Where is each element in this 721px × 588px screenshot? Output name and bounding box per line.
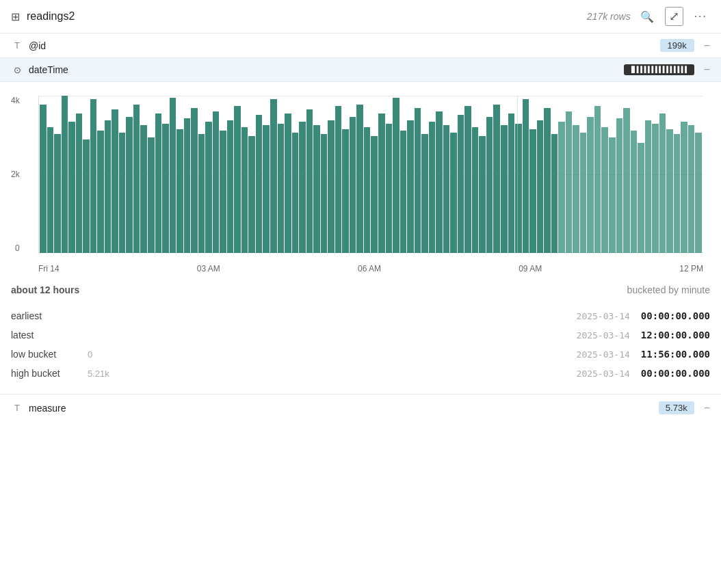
table-title: readings2 [27,10,580,23]
chart-bar [263,125,270,253]
stat-secondary-high-bucket: 5.21k [88,369,129,379]
chart-bar [148,137,155,253]
text-type-icon: T [11,40,23,51]
chart-bar [472,127,479,253]
chart-bar [184,118,191,253]
chart-bar [335,106,342,253]
field-name-datetime: dateTime [29,64,618,75]
chart-bar [436,111,443,253]
field-name-id: @id [29,40,655,51]
stat-label-high-bucket: high bucket [11,368,79,379]
stat-date-low-bucket: 2025-03-14 [577,349,630,360]
chart-bar [105,120,112,253]
chart-bar [609,137,616,253]
collapse-icon-datetime[interactable]: − [704,64,710,76]
chart-bar [508,113,515,253]
chart-bar [342,129,349,253]
y-label-0: 0 [15,243,20,253]
chart-bar [234,106,241,253]
chart-bar [220,131,226,253]
chart-bar [76,113,83,253]
chart-bar [328,120,335,253]
table-icon: ⊞ [11,10,20,23]
stat-time-low-bucket: 11:56:00.000 [641,349,710,360]
field-badge-measure: 5.73k [659,401,694,414]
x-label-09am: 09 AM [519,264,542,273]
chart-bar [191,108,198,253]
chart-bar [587,117,594,253]
chart-bar [248,136,255,253]
chart-bar [623,108,630,253]
chart-bar [393,98,399,253]
chart-bar [458,115,464,253]
bars-wrapper [38,96,703,253]
chart-bar [313,125,320,253]
field-badge-datetime: ▐▌▌▌▌▌▌▌▌▌▌▌▌▌▌▌ [624,64,694,75]
chart-bar [659,113,666,253]
chart-bar [537,120,544,253]
more-button[interactable]: ··· [692,9,710,24]
bucket-label: bucketed by minute [627,284,710,295]
chart-bar [306,109,313,253]
stat-row-earliest: earliest 2025-03-14 00:00:00.000 [11,306,710,325]
chart-bar [213,111,220,253]
chart-bar [529,129,536,253]
chart-footer: about 12 hours bucketed by minute [0,273,721,295]
chart-bar [47,127,54,253]
stats-section: earliest 2025-03-14 00:00:00.000 latest … [0,295,721,394]
stat-row-latest: latest 2025-03-14 12:00:00.000 [11,325,710,345]
x-label-fri14: Fri 14 [38,264,60,273]
chart-bar [350,117,356,253]
field-row-measure[interactable]: T measure 5.73k − [0,394,721,421]
expand-button[interactable]: ⤢ [665,7,683,26]
stat-time-earliest: 00:00:00.000 [641,310,710,321]
chart-bar [652,124,659,253]
chart-bar [386,124,393,253]
chart-bar [54,134,61,253]
collapse-icon-measure[interactable]: − [704,402,710,414]
chart-bar [198,134,205,253]
chart-bar [616,118,623,253]
x-label-06am: 06 AM [358,264,381,273]
chart-bar [378,113,385,253]
chart-bar [133,105,140,253]
chart-bar [558,122,565,253]
chart-bar [674,134,681,253]
stat-values-low-bucket: 2025-03-14 11:56:00.000 [577,349,710,360]
chart-bar [638,143,644,253]
field-row-datetime[interactable]: ⊙ dateTime ▐▌▌▌▌▌▌▌▌▌▌▌▌▌▌▌ − [0,58,721,82]
chart-bar [83,139,90,253]
chart-bar [155,113,162,253]
x-axis-labels: Fri 14 03 AM 06 AM 09 AM 12 PM [38,254,703,273]
chart-bar [278,124,285,253]
stat-values-high-bucket: 2025-03-14 00:00:00.000 [577,368,710,379]
stat-secondary-low-bucket: 0 [88,349,129,360]
stat-label-latest: latest [11,330,79,340]
chart-bar [523,99,529,253]
y-label-2k: 2k [11,170,20,179]
datetime-type-icon: ⊙ [11,65,23,75]
chart-bar [62,96,68,253]
stat-row-high-bucket: high bucket 5.21k 2025-03-14 00:00:00.00… [11,364,710,383]
chart-bar [594,106,601,253]
collapse-icon-id[interactable]: − [704,40,710,52]
field-row-id[interactable]: T @id 199k − [0,34,721,58]
chart-bar [645,120,652,253]
chart-bar [415,108,421,253]
chart-bar [573,125,579,253]
text-type-icon-measure: T [11,403,23,413]
chart-bar [97,131,104,253]
stat-date-latest: 2025-03-14 [577,330,630,340]
chart-bar [631,131,638,253]
chart-bar [356,105,363,253]
chart-bar [40,105,47,253]
chart-bar [666,129,673,253]
x-label-12pm: 12 PM [679,264,703,273]
y-axis-labels: 4k 2k 0 [11,96,20,273]
chart-bar [493,105,500,253]
search-button[interactable]: 🔍 [638,9,657,25]
chart-bar [601,127,608,253]
chart-bar [227,120,234,253]
header: ⊞ readings2 217k rows 🔍 ⤢ ··· [0,0,721,34]
field-name-measure: measure [29,403,653,414]
